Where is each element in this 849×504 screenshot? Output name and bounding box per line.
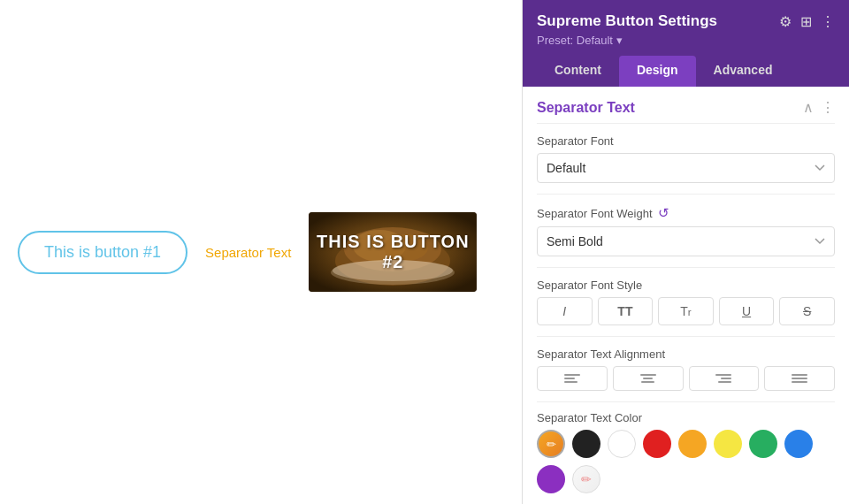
align-right-button[interactable] <box>689 366 760 391</box>
align-right-icon <box>715 374 731 383</box>
align-justify-icon <box>792 374 807 383</box>
settings-icon[interactable]: ⚙ <box>779 13 792 30</box>
align-left-button[interactable] <box>537 366 608 391</box>
button-1[interactable]: This is button #1 <box>18 231 187 274</box>
canvas-area: This is button #1 Separator Text THIS IS… <box>0 0 522 504</box>
bold-button[interactable]: TT <box>598 297 654 325</box>
section-header-icons: ∧ ⋮ <box>803 99 835 116</box>
color-swatch-black[interactable] <box>572 430 600 458</box>
button-2-label: THIS IS BUTTON #2 <box>309 232 477 272</box>
panel-body: Separator Text ∧ ⋮ Separator Font Defaul… <box>523 87 849 504</box>
font-weight-field-group: Separator Font Weight ↺ Semi Bold <box>523 195 849 267</box>
italic-button[interactable]: I <box>537 297 593 325</box>
tab-advanced[interactable]: Advanced <box>696 56 791 87</box>
text-align-field-group: Separator Text Alignment <box>523 337 849 401</box>
collapse-icon[interactable]: ∧ <box>803 99 814 116</box>
color-section: Separator Text Color ✏ ✏ • • • <box>523 402 849 504</box>
font-weight-select[interactable]: Semi Bold <box>537 226 835 256</box>
color-swatch-blue[interactable] <box>784 430 813 458</box>
color-swatch-yellow[interactable] <box>714 430 742 458</box>
font-label: Separator Font <box>537 134 835 148</box>
section-more-icon[interactable]: ⋮ <box>821 99 835 116</box>
font-select[interactable]: Default <box>537 153 835 183</box>
panel-tabs: Content Design Advanced <box>537 56 835 87</box>
color-swatch-purple[interactable] <box>537 465 565 493</box>
panel-header: Supreme Button Settings ⚙ ⊞ ⋮ Preset: De… <box>523 0 849 87</box>
panel-preset[interactable]: Preset: Default ▾ <box>537 34 835 47</box>
font-weight-refresh-icon[interactable]: ↺ <box>658 205 669 221</box>
align-center-button[interactable] <box>613 366 684 391</box>
color-swatch-pencil[interactable]: ✏ <box>572 465 600 493</box>
color-swatch-red[interactable] <box>643 430 671 458</box>
align-buttons <box>537 366 835 391</box>
grid-icon[interactable]: ⊞ <box>800 13 812 30</box>
underline-button[interactable]: U <box>719 297 775 325</box>
text-align-label: Separator Text Alignment <box>537 347 835 361</box>
align-justify-button[interactable] <box>764 366 835 391</box>
tab-design[interactable]: Design <box>619 56 696 87</box>
button-2[interactable]: THIS IS BUTTON #2 <box>309 212 477 292</box>
section-title: Separator Text <box>537 100 635 116</box>
font-weight-label: Separator Font Weight ↺ <box>537 205 835 221</box>
overline-button[interactable]: S <box>779 297 835 325</box>
align-left-icon <box>564 374 580 383</box>
panel-title: Supreme Button Settings <box>537 12 717 30</box>
color-swatches: ✏ ✏ <box>537 430 835 493</box>
more-icon[interactable]: ⋮ <box>821 13 835 30</box>
font-style-label: Separator Font Style <box>537 279 835 292</box>
section-header: Separator Text ∧ ⋮ <box>523 87 849 123</box>
tab-content[interactable]: Content <box>537 56 619 87</box>
separator-text: Separator Text <box>205 245 291 260</box>
strikethrough-button[interactable]: Tr <box>658 297 714 325</box>
font-style-field-group: Separator Font Style I TT Tr U S <box>523 268 849 336</box>
color-swatch-green[interactable] <box>749 430 777 458</box>
align-center-icon <box>640 374 656 383</box>
color-swatch-white[interactable] <box>608 430 636 458</box>
settings-panel: Supreme Button Settings ⚙ ⊞ ⋮ Preset: De… <box>522 0 849 504</box>
font-field-group: Separator Font Default <box>523 124 849 194</box>
color-swatch-custom[interactable]: ✏ <box>537 430 565 458</box>
font-style-buttons: I TT Tr U S <box>537 297 835 325</box>
color-label: Separator Text Color <box>537 411 835 424</box>
color-swatch-orange[interactable] <box>678 430 707 458</box>
panel-title-icons: ⚙ ⊞ ⋮ <box>779 13 835 30</box>
